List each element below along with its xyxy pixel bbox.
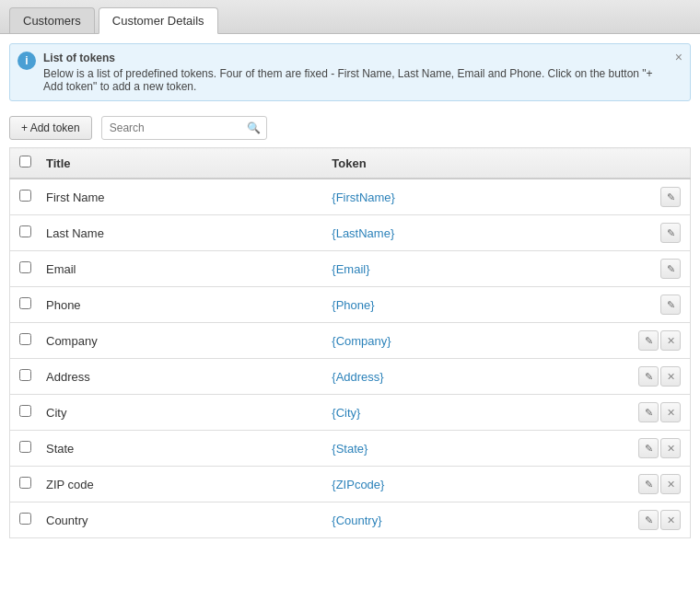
delete-button[interactable]: ✕ (660, 330, 681, 351)
row-checkbox-cell (10, 323, 38, 359)
row-title: State (37, 431, 322, 467)
row-checkbox[interactable] (19, 369, 31, 381)
token-table: Title Token First Name{FirstName}✎Last N… (9, 147, 691, 538)
row-token: {Address} (322, 359, 625, 395)
row-checkbox[interactable] (19, 190, 31, 202)
table-header-row: Title Token (10, 148, 691, 179)
row-token: {State} (322, 431, 625, 467)
row-actions: ✎✕ (626, 359, 691, 395)
row-token: {Email} (322, 251, 625, 287)
row-token: {City} (322, 395, 625, 431)
table-row: Address{Address}✎✕ (10, 359, 691, 395)
row-actions: ✎ (626, 215, 691, 251)
row-checkbox-cell (10, 251, 38, 287)
row-actions: ✎✕ (626, 502, 691, 538)
header-actions (626, 148, 691, 179)
delete-button[interactable]: ✕ (660, 438, 681, 458)
row-token: {LastName} (322, 215, 625, 251)
row-title: Company (37, 323, 322, 359)
row-actions: ✎✕ (626, 431, 691, 467)
row-checkbox[interactable] (19, 441, 31, 453)
row-checkbox[interactable] (19, 477, 31, 489)
edit-button[interactable]: ✎ (638, 510, 659, 530)
row-actions: ✎✕ (626, 467, 691, 502)
row-checkbox-cell (10, 179, 38, 215)
row-title: City (37, 395, 322, 431)
row-checkbox[interactable] (19, 297, 31, 309)
table-row: Phone{Phone}✎ (10, 287, 691, 323)
close-banner-button[interactable]: × (675, 50, 682, 64)
row-checkbox[interactable] (19, 225, 31, 237)
row-checkbox[interactable] (19, 333, 31, 345)
edit-button[interactable]: ✎ (660, 187, 681, 207)
delete-button[interactable]: ✕ (660, 366, 681, 387)
select-all-checkbox[interactable] (19, 156, 31, 167)
search-input[interactable] (101, 116, 267, 140)
row-token: {Phone} (322, 287, 625, 323)
edit-button[interactable]: ✎ (660, 259, 681, 279)
table-row: First Name{FirstName}✎ (10, 179, 691, 215)
add-token-button[interactable]: + Add token (9, 116, 92, 140)
row-actions: ✎ (626, 287, 691, 323)
row-checkbox-cell (10, 359, 38, 395)
row-checkbox[interactable] (19, 405, 31, 417)
table-row: Country{Country}✎✕ (10, 502, 691, 538)
edit-button[interactable]: ✎ (660, 223, 681, 243)
main-container: Customers Customer Details i List of tok… (0, 0, 700, 589)
table-row: Company{Company}✎✕ (10, 323, 691, 359)
banner-body: Below is a list of predefined tokens. Fo… (43, 67, 662, 93)
row-token: {Company} (322, 323, 625, 359)
delete-button[interactable]: ✕ (660, 402, 681, 422)
row-actions: ✎✕ (626, 323, 691, 359)
edit-button[interactable]: ✎ (638, 402, 659, 422)
tabs-bar: Customers Customer Details (0, 0, 700, 34)
row-checkbox[interactable] (19, 513, 31, 525)
row-actions: ✎ (626, 179, 691, 215)
row-title: Last Name (37, 215, 322, 251)
edit-button[interactable]: ✎ (638, 366, 659, 387)
search-box: 🔍 (101, 116, 267, 140)
row-title: ZIP code (37, 467, 322, 502)
row-title: Email (37, 251, 322, 287)
banner-title: List of tokens (43, 52, 662, 64)
edit-button[interactable]: ✎ (660, 294, 681, 315)
row-title: Phone (37, 287, 322, 323)
table-row: Email{Email}✎ (10, 251, 691, 287)
row-title: First Name (37, 179, 322, 215)
tab-customer-details[interactable]: Customer Details (99, 7, 218, 34)
table-row: Last Name{LastName}✎ (10, 215, 691, 251)
row-token: {ZIPcode} (322, 467, 625, 502)
row-checkbox[interactable] (19, 261, 31, 273)
row-checkbox-cell (10, 287, 38, 323)
toolbar: + Add token 🔍 (0, 109, 700, 147)
row-token: {FirstName} (322, 179, 625, 215)
row-token: {Country} (322, 502, 625, 538)
row-actions: ✎ (626, 251, 691, 287)
delete-button[interactable]: ✕ (660, 474, 681, 494)
tab-customers[interactable]: Customers (9, 7, 95, 33)
table-row: City{City}✎✕ (10, 395, 691, 431)
table-row: State{State}✎✕ (10, 431, 691, 467)
row-checkbox-cell (10, 502, 38, 538)
row-checkbox-cell (10, 467, 38, 502)
row-checkbox-cell (10, 395, 38, 431)
header-token: Token (322, 148, 625, 179)
delete-button[interactable]: ✕ (660, 510, 681, 530)
row-checkbox-cell (10, 215, 38, 251)
header-checkbox-col (10, 148, 38, 179)
edit-button[interactable]: ✎ (638, 438, 659, 458)
row-title: Address (37, 359, 322, 395)
header-title: Title (37, 148, 322, 179)
row-title: Country (37, 502, 322, 538)
info-icon: i (18, 52, 36, 70)
row-actions: ✎✕ (626, 395, 691, 431)
edit-button[interactable]: ✎ (638, 330, 659, 351)
table-row: ZIP code{ZIPcode}✎✕ (10, 467, 691, 502)
row-checkbox-cell (10, 431, 38, 467)
edit-button[interactable]: ✎ (638, 474, 659, 494)
info-banner: i List of tokens Below is a list of pred… (9, 43, 691, 101)
